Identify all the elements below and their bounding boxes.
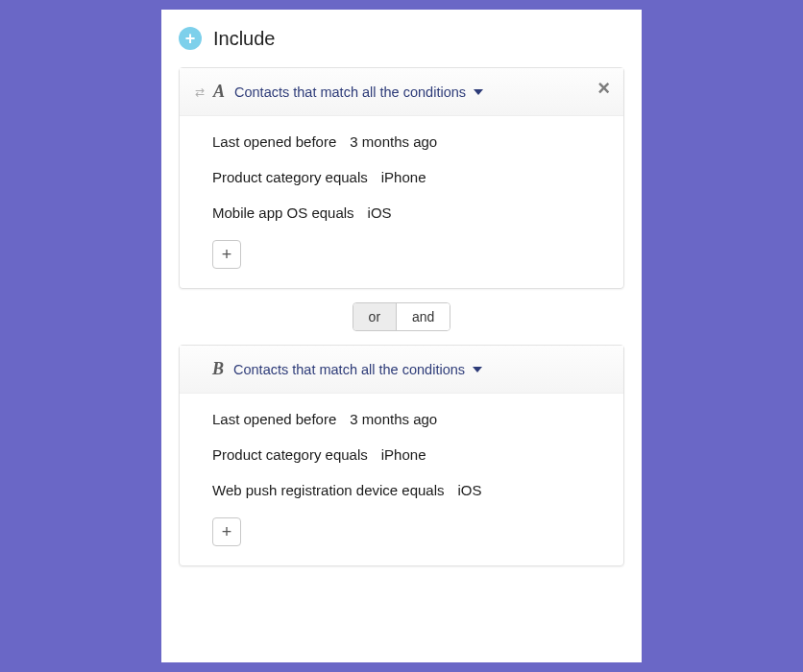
join-and-button[interactable]: and [396,303,450,330]
condition-row[interactable]: Product category equals iPhone [212,446,606,463]
section-title: Include [213,28,276,50]
include-panel: + Include ⇄ A Contacts that match all th… [161,10,642,662]
condition-value: iOS [368,204,392,221]
join-operator-row: or and [179,302,624,331]
condition-field: Web push registration device equals [212,482,445,498]
condition-row[interactable]: Mobile app OS equals iOS [212,204,606,221]
chevron-down-icon [473,367,482,372]
group-letter: A [213,82,225,102]
condition-row[interactable]: Product category equals iPhone [212,169,606,185]
condition-value: 3 months ago [350,411,437,427]
condition-field: Product category equals [212,446,368,463]
condition-field: Last opened before [212,411,336,427]
plus-circle-icon[interactable]: + [179,27,202,50]
condition-value: iPhone [381,446,426,463]
condition-field: Mobile app OS equals [212,204,354,221]
group-header: B Contacts that match all the conditions [180,346,623,394]
condition-value: iPhone [381,169,426,185]
condition-row[interactable]: Last opened before 3 months ago [212,411,606,427]
group-letter: B [212,359,224,379]
condition-group-a: ⇄ A Contacts that match all the conditio… [179,67,624,289]
condition-row[interactable]: Web push registration device equals iOS [212,482,606,498]
join-or-button[interactable]: or [353,303,396,330]
condition-value: 3 months ago [350,133,437,150]
add-condition-button[interactable]: + [212,517,241,546]
section-header: + Include [179,27,624,50]
chevron-down-icon [474,89,483,95]
condition-value: iOS [458,482,482,498]
condition-row[interactable]: Last opened before 3 months ago [212,133,606,150]
condition-group-b: B Contacts that match all the conditions… [179,345,624,566]
close-icon[interactable]: × [597,78,610,99]
condition-field: Last opened before [212,133,336,150]
condition-field: Product category equals [212,169,368,185]
group-body: Last opened before 3 months ago Product … [180,116,623,288]
match-mode-label: Contacts that match all the conditions [233,362,465,377]
match-mode-dropdown[interactable]: Contacts that match all the conditions [233,362,482,377]
add-condition-button[interactable]: + [212,240,241,269]
join-operator-toggle: or and [353,302,451,331]
match-mode-dropdown[interactable]: Contacts that match all the conditions [234,84,483,100]
group-body: Last opened before 3 months ago Product … [180,394,623,565]
group-header: ⇄ A Contacts that match all the conditio… [180,68,623,116]
match-mode-label: Contacts that match all the conditions [234,84,466,100]
drag-handle-icon[interactable]: ⇄ [195,85,204,99]
